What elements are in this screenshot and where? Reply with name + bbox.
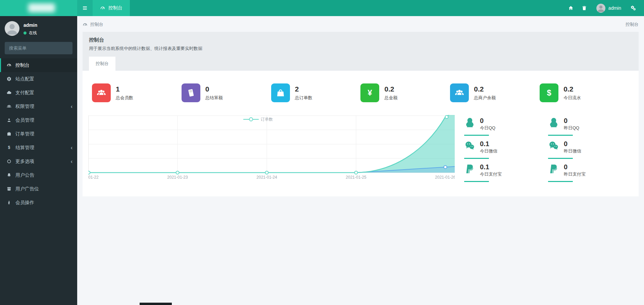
alipay-icon: [464, 163, 476, 175]
sidebar-item-permissions[interactable]: 权限管理‹: [0, 100, 77, 113]
channel-stat: 0昨日支付宝: [548, 163, 632, 182]
online-status-label: 在线: [29, 30, 37, 36]
breadcrumb-right-label[interactable]: 控制台: [626, 21, 639, 27]
settings-button[interactable]: [627, 0, 640, 16]
orders-chart-container: 订单数2021-01-222021-01-232021-01-242021-01…: [83, 115, 455, 186]
tachometer-icon: [6, 63, 12, 68]
stat-value: 0.2: [384, 85, 397, 93]
logo-image: [28, 3, 55, 12]
sidebar-item-members[interactable]: 会员管理: [0, 113, 77, 127]
channel-stat-label: 昨日QQ: [564, 125, 579, 131]
stat-value: 0.2: [563, 85, 581, 93]
svg-text:$: $: [8, 145, 10, 150]
stat-card-0: 1总会员数: [92, 83, 182, 102]
search-input[interactable]: [9, 46, 68, 51]
stat-card-1: 0总结算额: [182, 83, 271, 102]
stat-card-3: ¥0.2总金额: [360, 83, 450, 102]
alipay-icon: [548, 163, 559, 175]
navbar-right: admin: [564, 0, 644, 16]
stat-label: 总会员数: [116, 95, 133, 101]
person-icon: [6, 200, 12, 205]
chevron-left-icon: ‹: [71, 104, 72, 109]
page-title: 控制台: [89, 37, 632, 43]
users-icon: [92, 83, 111, 102]
channel-stats-col-today: 0今日QQ0.1今日微信0.1今日支付宝: [464, 117, 548, 186]
sidebar-item-label: 订单管理: [15, 131, 34, 137]
stat-underline: [464, 181, 489, 182]
svg-text:2021-01-22: 2021-01-22: [88, 175, 99, 180]
stat-underline: [464, 158, 489, 159]
channel-stat-label: 今日微信: [480, 148, 497, 154]
stat-underline: [548, 135, 573, 136]
dashboard-row: 订单数2021-01-222021-01-232021-01-242021-01…: [83, 115, 639, 186]
stat-label: 总金额: [384, 95, 397, 101]
sidebar-item-dashboard[interactable]: 控制台: [0, 58, 77, 72]
channel-stat: 0.1今日支付宝: [464, 163, 548, 182]
home-icon: [568, 5, 574, 11]
sidebar-item-label: 权限管理: [15, 104, 34, 110]
wechat-icon: [548, 140, 559, 151]
sidebar-username: admin: [23, 22, 37, 28]
channel-stat-label: 昨日支付宝: [564, 171, 586, 177]
channel-stat-value: 0: [564, 117, 579, 125]
trash-icon: [582, 5, 587, 11]
sidebar-item-label: 支付配置: [15, 90, 34, 96]
orders-chart: 订单数2021-01-222021-01-232021-01-242021-01…: [88, 115, 455, 181]
sidebar-item-payment-config[interactable]: 支付配置: [0, 86, 77, 100]
channel-stat: 0昨日微信: [548, 140, 632, 159]
hamburger-icon: [82, 5, 88, 11]
stat-underline: [548, 181, 573, 182]
sidebar-item-more-options[interactable]: 更多选项‹: [0, 155, 77, 168]
shopping-bag-icon: [271, 83, 290, 102]
sidebar: admin 在线 控制台站点配置支付配置权限管理‹会员管理订单管理$结算管理‹更…: [0, 16, 77, 305]
navbar-tab-label: 控制台: [108, 5, 122, 11]
qq-icon: [548, 117, 559, 128]
sidebar-item-orders[interactable]: 订单管理: [0, 127, 77, 141]
avatar-icon: [596, 4, 605, 13]
channel-stat-value: 0.1: [480, 163, 502, 171]
sidebar-item-member-actions[interactable]: 会员操作: [0, 196, 77, 209]
stat-value: 0: [205, 85, 223, 93]
stat-card-5: $0.2今日流水: [540, 83, 629, 102]
breadcrumb-current[interactable]: 控制台: [90, 21, 103, 27]
channel-stats-col-yesterday: 0昨日QQ0昨日微信0昨日支付宝: [548, 117, 632, 186]
sidebar-item-label: 用户公告: [15, 172, 34, 178]
channel-stat-label: 今日支付宝: [480, 171, 502, 177]
svg-text:订单数: 订单数: [261, 117, 273, 122]
archive-icon: [6, 186, 12, 191]
trash-button[interactable]: [578, 0, 591, 16]
sidebar-item-user-ad-slots[interactable]: 用户广告位: [0, 182, 77, 196]
wechat-icon: [464, 140, 476, 151]
svg-text:2021-01-23: 2021-01-23: [167, 175, 188, 180]
page-header-panel: 控制台 用于展示当前系统中的统计数据、统计报表及重要实时数据 控制台: [83, 32, 639, 71]
avatar-icon: [5, 21, 19, 36]
sidebar-item-label: 更多选项: [15, 159, 34, 165]
stat-cards-row: 1总会员数0总结算额2总订单数¥0.2总金额0.2总商户余额$0.2今日流水: [83, 83, 639, 102]
navbar-tab-dashboard[interactable]: 控制台: [93, 0, 130, 16]
user-icon: [6, 118, 12, 123]
tab-dashboard[interactable]: 控制台: [89, 57, 115, 71]
stat-value: 2: [295, 85, 312, 93]
sidebar-item-label: 控制台: [15, 62, 30, 68]
stat-value: 1: [116, 85, 133, 93]
sidebar-item-settlement[interactable]: $结算管理‹: [0, 141, 77, 155]
home-button[interactable]: [564, 0, 578, 16]
channel-stat: 0昨日QQ: [548, 117, 632, 136]
sidebar-item-label: 会员管理: [15, 117, 34, 123]
sidebar-item-site-config[interactable]: 站点配置: [0, 72, 77, 86]
gear-icon: [6, 76, 12, 81]
tab-strip: 控制台: [89, 57, 632, 71]
user-menu[interactable]: admin: [591, 4, 627, 13]
brand-logo[interactable]: [0, 0, 77, 16]
sidebar-toggle-button[interactable]: [77, 0, 93, 16]
sidebar-menu: 控制台站点配置支付配置权限管理‹会员管理订单管理$结算管理‹更多选项‹用户公告用…: [0, 58, 77, 209]
qq-icon: [464, 117, 476, 128]
channel-stats: 0今日QQ0.1今日微信0.1今日支付宝0昨日QQ0昨日微信0昨日支付宝: [455, 115, 639, 186]
chevron-left-icon: ‹: [71, 159, 72, 164]
stat-label: 总结算额: [205, 95, 223, 101]
channel-stat: 0.1今日微信: [464, 140, 548, 159]
channel-stat-label: 今日QQ: [480, 125, 495, 131]
sidebar-search: [5, 42, 72, 54]
sidebar-item-user-announcements[interactable]: 用户公告: [0, 168, 77, 182]
circle-icon: [6, 159, 12, 164]
